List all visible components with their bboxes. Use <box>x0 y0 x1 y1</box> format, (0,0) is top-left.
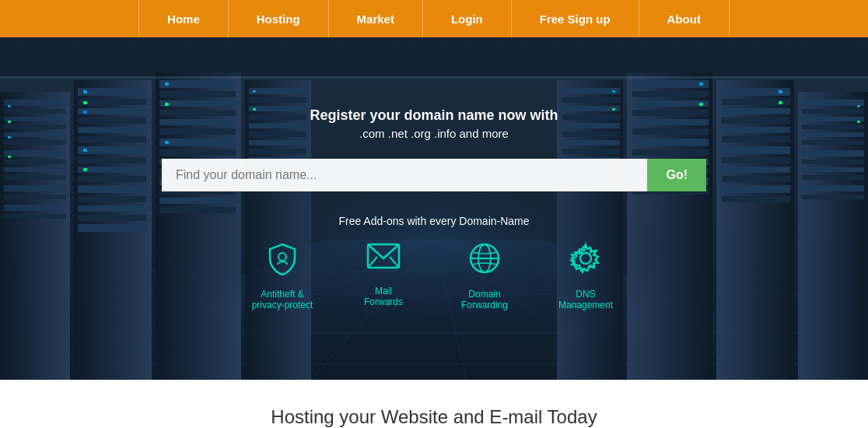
nav-hosting[interactable]: Hosting <box>229 0 329 37</box>
bottom-section: Hosting your Website and E-mail Today Wi… <box>0 380 868 428</box>
mail-icon <box>366 241 401 279</box>
addon-dns-label: DNSManagement <box>558 289 613 310</box>
svg-line-149 <box>368 257 377 268</box>
nav-free-signup[interactable]: Free Sign up <box>512 0 639 37</box>
svg-line-150 <box>390 257 399 268</box>
addon-mail-label: MailForwards <box>364 286 403 307</box>
domain-search-bar: Go! <box>162 159 706 191</box>
bottom-title-line1: Hosting your Website and E-mail Today <box>271 406 597 427</box>
addon-antitheft-label: Antitheft &privacy-protect <box>252 289 313 310</box>
navbar: Home Hosting Market Login Free Sign up A… <box>0 0 868 37</box>
svg-point-154 <box>580 253 591 264</box>
nav-home[interactable]: Home <box>138 0 229 37</box>
addons-row: Antitheft &privacy-protect MailForwards <box>251 241 617 310</box>
addon-dns: DNSManagement <box>555 241 617 310</box>
nav-market[interactable]: Market <box>329 0 423 37</box>
hero-title: Register your domain name now with <box>310 107 558 124</box>
nav-login[interactable]: Login <box>423 0 512 37</box>
bottom-title: Hosting your Website and E-mail Today Wi… <box>0 403 868 428</box>
hero-subtitle: .com .net .org .info and more <box>359 127 509 140</box>
addon-domain-forwarding: DomainForwarding <box>453 241 516 310</box>
addon-mail: MailForwards <box>352 241 415 307</box>
hero-content: Register your domain name now with .com … <box>0 107 868 310</box>
nav-about[interactable]: About <box>639 0 730 37</box>
globe-icon <box>467 241 502 282</box>
hero-section: Register your domain name now with .com … <box>0 37 868 380</box>
gear-icon <box>569 241 603 282</box>
shield-icon <box>265 241 299 282</box>
svg-point-147 <box>278 253 286 261</box>
addons-title: Free Add-ons with every Domain-Name <box>338 215 529 227</box>
domain-search-button[interactable]: Go! <box>647 159 706 191</box>
addon-domain-label: DomainForwarding <box>461 289 508 310</box>
addon-antitheft: Antitheft &privacy-protect <box>251 241 313 310</box>
domain-search-input[interactable] <box>162 159 647 191</box>
